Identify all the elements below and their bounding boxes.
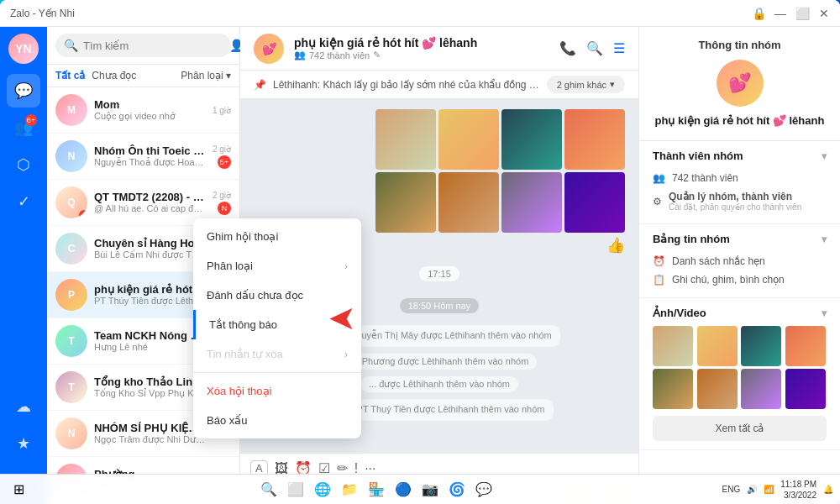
chat-time-toeic: 2 giờ	[213, 144, 231, 154]
taskbar-edge2[interactable]: 🌀	[445, 478, 469, 501]
classify-label[interactable]: Phân loại ▾	[181, 70, 231, 81]
minimize-button2[interactable]: —	[774, 8, 786, 19]
user-avatar[interactable]: YN	[8, 34, 39, 64]
chat-info-nckh: Team NCKH Nóng Sản Hưng Lê nhé	[94, 329, 206, 353]
board-chevron-icon[interactable]: ▾	[822, 234, 827, 245]
context-menu-mark-unread[interactable]: Đánh dấu chưa đọc	[193, 281, 361, 310]
taskbar-lang: ENG	[722, 485, 741, 494]
sidebar-item-contacts[interactable]: 👥 6+	[7, 111, 40, 144]
taskbar-wifi-icon[interactable]: 📶	[764, 485, 774, 494]
board-section-title: Bảng tin nhóm ▾	[653, 233, 827, 245]
sidebar-item-discover[interactable]: ⬡	[7, 148, 40, 181]
media-item-8[interactable]	[785, 369, 826, 409]
chat-name-nckh: Team NCKH Nóng Sản	[94, 329, 206, 342]
edit-icon[interactable]: ✎	[373, 50, 381, 60]
context-menu-mute[interactable]: Tắt thông báo ›	[193, 310, 361, 339]
media-chevron-icon[interactable]: ▾	[822, 307, 827, 319]
context-menu-delete[interactable]: Xóa hội thoại	[193, 376, 361, 406]
chat-item-toeic[interactable]: N Nhóm Ôn thi Toeic Ez 2 Nguyễn Thoả đượ…	[47, 134, 239, 180]
notes-text: Ghi chú, ghim, bình chọn	[672, 274, 785, 286]
sidebar-item-star[interactable]: ★	[7, 427, 40, 460]
media-item-2[interactable]	[697, 326, 738, 366]
close-button[interactable]: ✕	[818, 8, 830, 19]
sidebar-item-cloud[interactable]: ☁	[7, 390, 40, 423]
manage-group-row[interactable]: ⚙ Quản lý nhóm, thành viên Cài đặt, phân…	[653, 187, 827, 215]
notes-row[interactable]: 📋 Ghi chú, ghim, bình chọn	[653, 270, 827, 289]
reminder-row[interactable]: ⏰ Danh sách nhắc hẹn	[653, 252, 827, 270]
taskbar-clock: 11:18 PM 3/3/2022	[780, 479, 816, 501]
taskbar-date: 3/3/2022	[780, 490, 816, 501]
chat-preview-toeic: Nguyễn Thoả được Hoang Anh N...	[94, 157, 206, 168]
chat-avatar-mom: M	[55, 94, 87, 126]
chat-item-mom[interactable]: M Mom Cuộc gọi video nhớ 1 giờ	[47, 87, 239, 134]
taskbar-volume-icon[interactable]: 🔊	[747, 485, 757, 494]
context-menu-auto-delete[interactable]: Tin nhắn tự xóa ›	[193, 339, 361, 369]
reminder-text: Danh sách nhắc hẹn	[672, 255, 765, 267]
context-menu-report[interactable]: Báo xấu	[193, 406, 361, 435]
taskbar: ⊞ 🔍 ⬜ 🌐 📁 🏪 🔵 📷 🌀 💬 ENG 🔊 📶 11:18 PM 3/3…	[0, 474, 840, 504]
taskbar-edge[interactable]: 🌐	[311, 478, 334, 501]
sidebar-item-todo[interactable]: ✓	[7, 185, 40, 218]
context-menu-classify[interactable]: Phân loại ›	[193, 251, 361, 281]
mark-unread-label: Đánh dấu chưa đọc	[207, 289, 303, 302]
video-call-icon[interactable]: 📞	[559, 40, 576, 56]
like-icon[interactable]: 👍	[606, 236, 625, 255]
context-menu-pin[interactable]: Ghim hội thoại	[193, 222, 361, 251]
search-chat-icon[interactable]: 🔍	[586, 40, 603, 56]
search-input[interactable]	[83, 39, 224, 52]
taskbar-task-view[interactable]: ⬜	[284, 478, 307, 501]
taskbar-store[interactable]: 🏪	[365, 478, 388, 501]
search-box[interactable]: 🔍 👤 ✎	[55, 34, 231, 57]
member-count-row[interactable]: 👥 742 thành viên	[653, 169, 827, 187]
taskbar-right: ENG 🔊 📶 11:18 PM 3/3/2022 🔔	[722, 479, 833, 501]
chat-name-nhomsi: NHÓM SỈ PHỤ KIỆN GIÁ G...	[94, 422, 206, 434]
media-item-3[interactable]	[741, 326, 781, 366]
chat-name-hottrend: Chuyên sỉ Hàng Hot Trend...	[94, 237, 206, 249]
chat-header-actions: 📞 🔍 ☰	[559, 40, 625, 56]
taskbar-search[interactable]: 🔍	[257, 478, 281, 501]
members-chevron-icon[interactable]: ▾	[822, 150, 827, 162]
msg-img-6	[438, 172, 499, 233]
msg-divider-1715: 17:15	[419, 266, 459, 281]
chat-meta-toeic: 2 giờ 5+	[213, 144, 231, 169]
media-item-6[interactable]	[697, 369, 738, 409]
media-item-4[interactable]	[785, 326, 826, 366]
media-item-7[interactable]	[741, 369, 781, 409]
contacts-badge: 6+	[25, 114, 37, 126]
taskbar-instagram[interactable]: 📷	[418, 478, 442, 501]
minimize-button[interactable]: 🔒	[753, 8, 764, 19]
media-item-5[interactable]	[653, 369, 693, 409]
taskbar-notification-icon[interactable]: 🔔	[823, 485, 833, 494]
auto-delete-arrow-icon: ›	[344, 349, 348, 360]
auto-delete-label: Tin nhắn tự xóa	[207, 348, 283, 360]
msg-img-1	[375, 109, 436, 170]
icon-sidebar: YN 💬 👥 6+ ⬡ ✓ ☁ ★ ⚙	[0, 27, 47, 504]
media-grid	[653, 326, 827, 409]
chat-preview-nckh: Hưng Lê nhé	[94, 342, 206, 353]
chat-info-nhomsi: NHÓM SỈ PHỤ KIỆN GIÁ G... Ngọc Trâm được…	[94, 422, 206, 445]
sidebar-item-chat[interactable]: 💬	[7, 74, 40, 108]
taskbar-chrome[interactable]: 🔵	[391, 478, 415, 501]
filter-unread[interactable]: Chưa đọc	[92, 70, 136, 81]
chat-avatar-thaolinh: T	[55, 371, 87, 403]
classify-arrow-icon: ›	[344, 260, 348, 272]
gear-small-icon: ⚙	[653, 196, 662, 207]
media-item-1[interactable]	[653, 326, 693, 366]
filter-bar: Tất cả Chưa đọc Phân loại ▾	[47, 65, 239, 87]
filter-all[interactable]: Tất cả	[55, 70, 85, 81]
chat-avatar-qt: Q 9	[55, 186, 87, 218]
pinned-more-button[interactable]: 2 ghim khác ▾	[547, 76, 625, 93]
chat-preview-nhomsi: Ngọc Trâm được Nhi Dương Chuy...	[94, 434, 206, 445]
group-info-icon[interactable]: ☰	[613, 40, 625, 56]
chat-meta-mom: 1 giờ	[213, 106, 231, 115]
view-all-media-button[interactable]: Xem tất cả	[653, 416, 827, 441]
pin-label: Ghim hội thoại	[207, 230, 278, 243]
start-button[interactable]: ⊞	[7, 478, 30, 501]
chat-badge-qt: N	[218, 202, 231, 215]
chat-name-toeic: Nhóm Ôn thi Toeic Ez 2	[94, 144, 206, 157]
clock-icon-panel: ⏰	[653, 255, 665, 267]
chat-name-phukien: phụ kiện giá rẻ hót hít 💕 lêha...	[94, 283, 206, 296]
maximize-button[interactable]: ⬜	[796, 8, 808, 19]
taskbar-zalo[interactable]: 💬	[472, 478, 496, 501]
taskbar-explorer[interactable]: 📁	[338, 478, 361, 501]
